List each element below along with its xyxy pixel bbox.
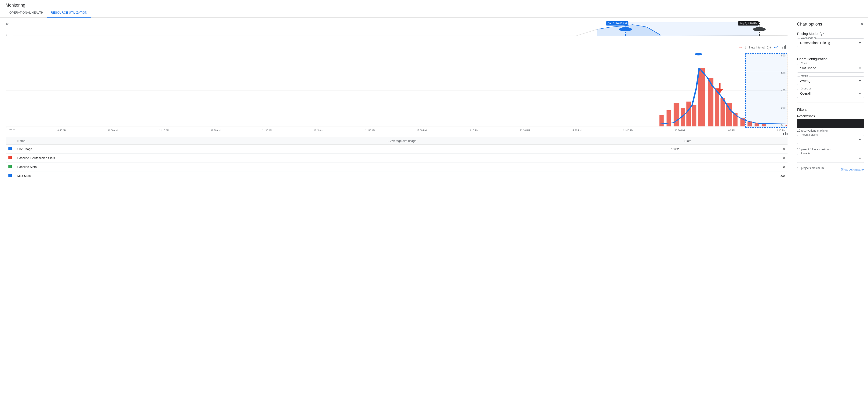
overview-chart-area[interactable]: Aug 3, 10:43 AM Aug 3, 1:10 PM bbox=[12, 22, 787, 36]
row-slots-0: 0 bbox=[682, 145, 787, 154]
interval-bar: → 1 minute interval ? bbox=[6, 43, 787, 53]
main-chart-svg[interactable]: ★ bbox=[6, 53, 787, 127]
metric-select-label: Metric bbox=[800, 75, 809, 77]
filters-title: Filters bbox=[797, 108, 864, 112]
chart-config-title: Chart Configuration bbox=[797, 57, 864, 61]
line-chart-icon[interactable] bbox=[773, 44, 779, 51]
x-label-tz: UTC-7 bbox=[8, 129, 14, 132]
tab-resource-utilization[interactable]: RESOURCE UTILIZATION bbox=[47, 8, 91, 18]
interval-arrow-icon: → bbox=[738, 45, 743, 50]
parent-folders-select[interactable] bbox=[797, 135, 864, 144]
row-name-3: Max Slots bbox=[14, 171, 384, 180]
page-title: Monitoring bbox=[0, 0, 868, 8]
debug-panel-link[interactable]: Show debug panel bbox=[841, 168, 864, 171]
overview-y-max: 50 bbox=[6, 22, 8, 25]
parent-folders-group: Parent Folders ▼ bbox=[797, 135, 864, 144]
right-panel: Chart options ✕ Pricing Model ? Workload… bbox=[793, 18, 868, 407]
color-swatch-0 bbox=[8, 147, 12, 150]
svg-rect-21 bbox=[692, 106, 696, 126]
scrollbar-indicator bbox=[6, 132, 787, 135]
x-label-7: 11:50 AM bbox=[365, 129, 375, 132]
row-color-0 bbox=[6, 145, 14, 154]
parent-folders-label: Parent Folders bbox=[800, 133, 818, 136]
row-avg-0: 10.02 bbox=[384, 145, 682, 154]
x-label-9: 12:10 PM bbox=[468, 129, 478, 132]
x-label-4: 11:20 AM bbox=[211, 129, 221, 132]
x-label-1: 10:50 AM bbox=[56, 129, 66, 132]
color-swatch-2 bbox=[8, 165, 12, 168]
interval-text: 1 minute interval bbox=[744, 46, 765, 49]
svg-rect-18 bbox=[674, 103, 679, 126]
row-color-2 bbox=[6, 163, 14, 171]
row-color-3 bbox=[6, 171, 14, 180]
svg-point-5 bbox=[619, 27, 632, 31]
svg-rect-22 bbox=[698, 68, 705, 126]
chart-selection-box bbox=[745, 53, 787, 127]
row-slots-3: 800 bbox=[682, 171, 787, 180]
x-label-11: 12:30 PM bbox=[571, 129, 582, 132]
svg-rect-9 bbox=[785, 46, 786, 49]
row-color-1 bbox=[6, 154, 14, 163]
svg-point-6 bbox=[753, 27, 766, 31]
table-row: Baseline Slots - 0 bbox=[6, 163, 787, 171]
x-label-15: 1:10 PM bbox=[777, 129, 785, 132]
svg-rect-16 bbox=[659, 115, 663, 126]
main-chart-container: 800 600 400 200 0 bbox=[6, 53, 787, 128]
row-name-2: Baseline Slots bbox=[14, 163, 384, 171]
table-row: Max Slots - 800 bbox=[6, 171, 787, 180]
col-name[interactable]: Name bbox=[14, 137, 384, 145]
chart-area: 50 0 bbox=[0, 18, 793, 407]
overview-y-labels: 50 0 bbox=[6, 22, 8, 36]
workloads-on-group: Workloads on Reservations Pricing On-dem… bbox=[797, 38, 864, 47]
svg-rect-20 bbox=[686, 101, 691, 126]
groupby-select[interactable]: Overall Project Reservation bbox=[797, 89, 864, 98]
color-swatch-1 bbox=[8, 156, 12, 159]
col-slots: Slots bbox=[682, 137, 787, 145]
panel-header: Chart options ✕ bbox=[797, 21, 864, 27]
svg-rect-7 bbox=[783, 47, 783, 49]
projects-group: Projects ▼ bbox=[797, 154, 864, 163]
chart-select[interactable]: Slot Usage Slot Utilization bbox=[797, 64, 864, 72]
svg-rect-8 bbox=[784, 46, 784, 49]
app-container: Monitoring OPERATIONAL HEALTH RESOURCE U… bbox=[0, 0, 868, 407]
pricing-model-label: Pricing Model bbox=[797, 32, 818, 36]
table-row: Baseline + Autoscaled Slots - 0 bbox=[6, 154, 787, 163]
groupby-select-label: Group by bbox=[800, 87, 812, 90]
divider-2 bbox=[797, 103, 864, 103]
col-avg[interactable]: ↓ Average slot usage bbox=[384, 137, 682, 145]
chart-x-labels: UTC-7 10:50 AM 11:00 AM 11:10 AM 11:20 A… bbox=[6, 128, 787, 132]
projects-label: Projects bbox=[800, 152, 811, 155]
row-avg-3: - bbox=[384, 171, 682, 180]
x-label-13: 12:50 PM bbox=[675, 129, 685, 132]
x-label-10: 12:20 PM bbox=[520, 129, 530, 132]
workloads-select[interactable]: Reservations Pricing On-demand Pricing bbox=[797, 38, 864, 47]
row-name-1: Baseline + Autoscaled Slots bbox=[14, 154, 384, 163]
main-content: 50 0 bbox=[0, 18, 868, 407]
workloads-label: Workloads on bbox=[800, 36, 817, 39]
tab-operational[interactable]: OPERATIONAL HEALTH bbox=[6, 8, 47, 18]
interval-help-icon[interactable]: ? bbox=[767, 46, 771, 50]
row-avg-1: - bbox=[384, 154, 682, 163]
reservations-input[interactable] bbox=[797, 119, 864, 128]
sort-icon: ↓ bbox=[387, 139, 389, 143]
close-button[interactable]: ✕ bbox=[860, 21, 864, 27]
x-label-3: 11:10 AM bbox=[159, 129, 169, 132]
table-row: Slot Usage 10.02 0 bbox=[6, 145, 787, 154]
x-label-2: 11:00 AM bbox=[107, 129, 118, 132]
legend-table: Name ↓ Average slot usage Slots Slot Usa… bbox=[6, 137, 787, 180]
svg-rect-17 bbox=[666, 110, 671, 126]
pricing-model-help-icon[interactable]: ? bbox=[820, 32, 824, 36]
projects-select[interactable] bbox=[797, 154, 864, 163]
row-slots-1: 0 bbox=[682, 154, 787, 163]
panel-title: Chart options bbox=[797, 22, 822, 27]
metric-select-group: Metric Average Maximum Minimum ▼ bbox=[797, 76, 864, 85]
svg-rect-26 bbox=[726, 103, 732, 126]
x-label-12: 12:40 PM bbox=[623, 129, 633, 132]
groupby-select-group: Group by Overall Project Reservation ▼ bbox=[797, 89, 864, 98]
bar-chart-icon[interactable] bbox=[781, 44, 787, 51]
filters-section: Filters Reservations 10 reservations max… bbox=[797, 108, 864, 173]
metric-select[interactable]: Average Maximum Minimum bbox=[797, 76, 864, 85]
columns-icon[interactable] bbox=[783, 132, 787, 135]
parent-folders-max: 10 parent folders maximum bbox=[797, 148, 864, 151]
chart-select-label: Chart bbox=[800, 62, 808, 65]
